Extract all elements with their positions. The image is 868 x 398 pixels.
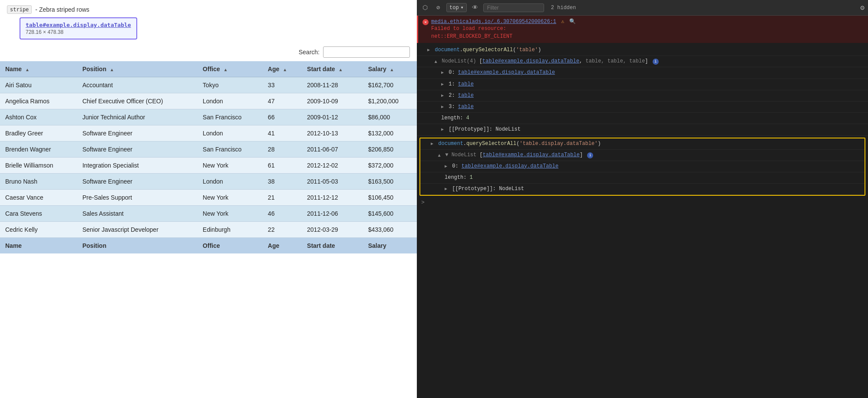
expand-arrow-item0[interactable]: ▶ [441,69,444,76]
expand-arrow-proto1[interactable]: ▶ [441,126,444,133]
sort-icon-office: ▲ [223,67,228,72]
tooltip-box: table#example.display.dataTable 728.16 ×… [20,17,137,39]
table-cell: Brielle Williamson [0,158,77,174]
expand-arrow-item2[interactable]: ▶ [441,92,444,99]
console-content[interactable]: ▶ document.querySelectorAll('table') ◀ N… [417,43,868,398]
item2-label: 2: table [449,92,474,99]
col-office[interactable]: Office ▲ [198,61,263,77]
right-panel: ⬡ ⊘ top ▾ 👁 2 hidden ⚙ ✕ media.ethicalad… [417,0,868,398]
string-table: 'table' [516,47,538,53]
table-cell: 47 [263,93,302,109]
console-prototype-1[interactable]: ▶ [[Prototype]]: NodeList [417,124,868,135]
table-cell: Software Engineer [77,141,198,158]
expand-arrow-item2-0[interactable]: ▶ [445,163,447,170]
console-length-4: length: 4 [417,113,868,124]
table-cell: $145,600 [363,206,417,222]
expand-arrow-item1[interactable]: ▶ [441,81,444,88]
table-cell: Airi Satou [0,77,77,93]
expand-arrow-1[interactable]: ▶ [427,47,430,54]
table-cell: 2012-03-29 [302,222,363,238]
error-link[interactable]: media.ethicalads.io/…6.307069542000626:1 [431,19,556,25]
keyword-document2: document [438,141,463,147]
top-hint: stripe - Zebra striped rows [0,0,417,19]
table-row: Ashton CoxJunior Technical AuthorSan Fra… [0,109,417,125]
table-row: Bradley GreerSoftware EngineerLondon4120… [0,125,417,141]
table-row: Brielle WilliamsonIntegration Specialist… [0,158,417,174]
table-row: Airi SatouAccountantTokyo332008-11-28$16… [0,77,417,93]
expand-arrow-item3[interactable]: ▶ [441,104,444,111]
info-badge-1[interactable]: i [653,59,659,65]
table-cell: Bruno Nash [0,174,77,190]
table-row: Angelica RamosChief Executive Officer (C… [0,93,417,109]
expand-arrow-nodelist1[interactable]: ◀ [436,154,442,157]
console-item2-0[interactable]: ▶ 0: table#example.display.dataTable [420,161,865,172]
table-cell: $86,000 [363,109,417,125]
search-icon-small[interactable]: 🔍 [569,19,576,25]
eye-icon[interactable]: 👁 [470,3,480,13]
nodelist4-text: NodeList(4) [table#example.display.dataT… [442,58,648,64]
table-cell: New York [198,190,263,206]
gear-icon[interactable]: ⚙ [860,3,865,12]
table-row: Cedric KellySenior Javascript DeveloperE… [0,222,417,238]
expand-arrow-2[interactable]: ▶ [431,141,433,148]
search-input[interactable] [323,46,410,58]
table-cell: 2009-10-09 [302,93,363,109]
table-cell: 41 [263,125,302,141]
console-line-query1[interactable]: ▶ document.querySelectorAll('table') [417,45,868,56]
prompt-input[interactable] [426,200,864,206]
table-cell: New York [198,206,263,222]
method-qsa1: querySelectorAll [463,47,513,53]
dot-2: . [463,141,466,147]
prompt-line[interactable]: > [417,197,868,207]
expand-arrow-proto2[interactable]: ▶ [445,186,447,193]
col-salary[interactable]: Salary ▲ [363,61,417,77]
table-cell: Cara Stevens [0,206,77,222]
table-cell: New York [198,158,263,174]
console-nodelist1-header[interactable]: ◀ ▼ NodeList [table#example.display.data… [420,150,865,161]
warn-icon: ⚠ [561,19,564,25]
info-badge-2[interactable]: i [587,152,593,158]
sort-icon-age: ▲ [283,67,287,72]
length4-text: length: 4 [441,115,469,121]
console-item-3[interactable]: ▶ 3: table [417,102,868,113]
table-cell: Tokyo [198,77,263,93]
stripe-badge: stripe [7,5,32,14]
table-row: Brenden WagnerSoftware EngineerSan Franc… [0,141,417,158]
console-item-0[interactable]: ▶ 0: table#example.display.dataTable [417,67,868,79]
devtools-toolbar: ⬡ ⊘ top ▾ 👁 2 hidden ⚙ [417,0,868,16]
table-cell: 22 [263,222,302,238]
expand-arrow-nodelist4[interactable]: ◀ [432,60,439,63]
filter-input[interactable] [483,3,544,12]
paren2: ) [538,47,541,53]
col-startdate[interactable]: Start date ▲ [302,61,363,77]
console-item-2[interactable]: ▶ 2: table [417,90,868,102]
navigate-icon[interactable]: ⬡ [420,3,430,13]
proto2-text: [[Prototype]]: NodeList [452,186,524,192]
console-prototype-2[interactable]: ▶ [[Prototype]]: NodeList [420,184,865,195]
console-line-query2[interactable]: ▶ document.querySelectorAll('table.displ… [420,138,865,150]
item2-0-label: 0: table#example.display.dataTable [452,163,558,169]
table-cell: 46 [263,206,302,222]
table-cell: $433,060 [363,222,417,238]
table-row: Bruno NashSoftware EngineerLondon382011-… [0,174,417,190]
col-position[interactable]: Position ▲ [77,61,198,77]
table-cell: Chief Executive Officer (CEO) [77,93,198,109]
table-cell: $372,000 [363,158,417,174]
console-nodelist4-header[interactable]: ◀ NodeList(4) [table#example.display.dat… [417,56,868,67]
table-cell: San Francisco [198,109,263,125]
table-row: Caesar VancePre-Sales SupportNew York212… [0,190,417,206]
top-label: top [449,5,459,11]
table-cell: Senior Javascript Developer [77,222,198,238]
col-name[interactable]: Name ▲ [0,61,77,77]
footer-salary: Salary [363,238,417,254]
table-cell: 2012-12-02 [302,158,363,174]
block-icon[interactable]: ⊘ [433,3,443,13]
left-panel: stripe - Zebra striped rows table#exampl… [0,0,417,398]
top-dropdown[interactable]: top ▾ [446,3,467,12]
col-age[interactable]: Age ▲ [263,61,302,77]
console-item-1[interactable]: ▶ 1: table [417,79,868,90]
table-cell: Pre-Sales Support [77,190,198,206]
table-cell: Sales Assistant [77,206,198,222]
table-cell: 38 [263,174,302,190]
footer-age: Age [263,238,302,254]
